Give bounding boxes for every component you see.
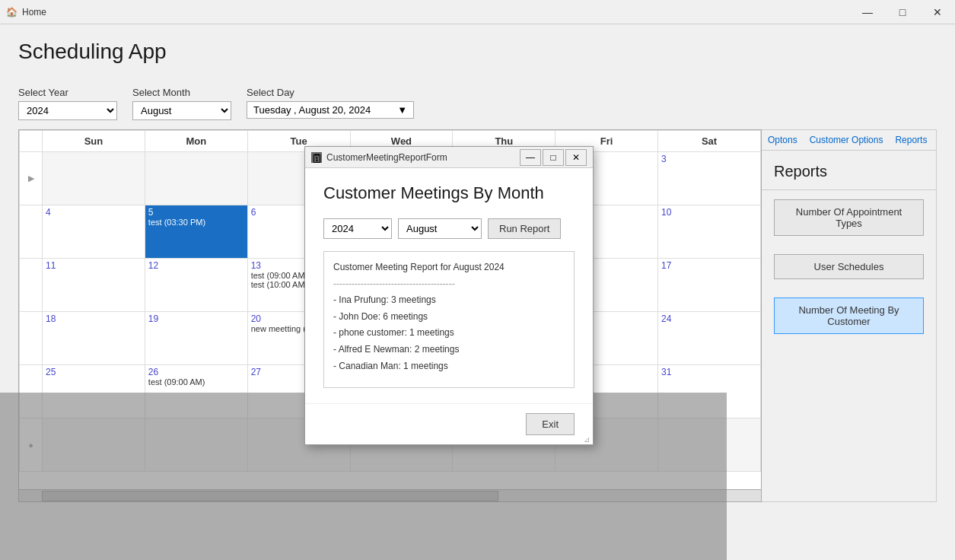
- year-control-group: Select Year 2022 2023 2024 2025: [18, 87, 117, 120]
- week-nav-5[interactable]: ●: [20, 418, 43, 472]
- calendar-cell-4-0[interactable]: 25: [43, 365, 145, 418]
- mon-header: Mon: [145, 131, 247, 152]
- report-line: - Canadian Man: 1 meetings: [333, 358, 565, 375]
- calendar-cell-1-1[interactable]: 5test (03:30 PM): [145, 205, 247, 259]
- day-control-group: Select Day Tuesday , August 20, 2024 ▼: [247, 87, 414, 119]
- right-panel-title: Reports: [762, 151, 936, 190]
- event-text: test (03:30 PM): [148, 218, 244, 227]
- day-number: 17: [661, 260, 757, 271]
- sun-header: Sun: [43, 131, 145, 152]
- day-number: 26: [148, 367, 244, 377]
- calendar-cell-4-1[interactable]: 26test (09:00 AM): [145, 365, 247, 418]
- maximize-button[interactable]: □: [885, 0, 920, 24]
- controls-row: Select Year 2022 2023 2024 2025 Select M…: [18, 87, 937, 120]
- sat-header: Sat: [658, 131, 761, 152]
- exit-button[interactable]: Exit: [526, 413, 575, 435]
- day-dropdown-icon[interactable]: ▼: [397, 104, 407, 116]
- report-btn-user-schedules[interactable]: User Schedules: [774, 254, 924, 279]
- home-icon: 🏠: [6, 7, 18, 18]
- day-number: 31: [661, 367, 757, 377]
- report-line: - Ina Prufung: 3 meetings: [333, 292, 565, 309]
- day-number: 11: [46, 260, 142, 271]
- nav-item-options[interactable]: Optons: [762, 130, 804, 150]
- modal-title-controls: — □ ✕: [520, 149, 587, 166]
- resize-handle[interactable]: ⊿: [584, 435, 591, 443]
- modal-close-btn[interactable]: ✕: [565, 149, 587, 166]
- main-content: Scheduling App Select Year 2022 2023 202…: [0, 24, 955, 560]
- day-number: 10: [661, 207, 757, 218]
- event-text: test (09:00 AM): [148, 377, 244, 387]
- day-number: 5: [148, 207, 244, 218]
- day-number: 3: [661, 154, 757, 164]
- right-panel: Optons Customer Options Reports Reports …: [762, 129, 937, 502]
- day-label: Select Day: [247, 87, 414, 98]
- calendar-cell-0-1[interactable]: [145, 152, 247, 205]
- modal-year-select[interactable]: 2022202320242025: [323, 218, 392, 239]
- report-btn-meeting-by-customer[interactable]: Number Of Meeting By Customer: [774, 298, 924, 334]
- report-line: - John Doe: 6 meetings: [333, 309, 565, 326]
- month-control-group: Select Month JanuaryFebruaryMarchApril M…: [132, 87, 231, 120]
- calendar-cell-3-1[interactable]: 19: [145, 312, 247, 365]
- title-bar: 🏠 Home — □ ✕: [0, 0, 955, 24]
- modal-footer: Exit: [305, 403, 593, 444]
- year-label: Select Year: [18, 87, 117, 98]
- modal-controls-row: 2022202320242025 JanuaryFebruaryMarchApr…: [323, 218, 575, 239]
- modal-maximize-btn[interactable]: □: [543, 149, 564, 166]
- day-number: 12: [148, 260, 244, 271]
- year-select[interactable]: 2022 2023 2024 2025: [18, 101, 117, 120]
- close-button[interactable]: ✕: [920, 0, 955, 24]
- modal-title-text: CustomerMeetingReportForm: [326, 152, 515, 163]
- calendar-cell-2-0[interactable]: 11: [43, 259, 145, 312]
- month-select[interactable]: JanuaryFebruaryMarchApril MayJuneJulyAug…: [132, 101, 231, 120]
- report-line: - phone customer: 1 meetings: [333, 325, 565, 342]
- calendar-cell-5-6[interactable]: [658, 418, 761, 472]
- report-btn-appointment-types[interactable]: Number Of Appointment Types: [774, 199, 924, 236]
- calendar-cell-3-0[interactable]: 18: [43, 312, 145, 365]
- run-report-button[interactable]: Run Report: [488, 218, 561, 239]
- report-line: - Alfred E Newman: 2 meetings: [333, 342, 565, 358]
- nav-item-reports[interactable]: Reports: [889, 130, 933, 150]
- modal-title-bar: 🗓 CustomerMeetingReportForm — □ ✕: [305, 147, 593, 168]
- calendar-cell-0-0[interactable]: [43, 152, 145, 205]
- right-panel-nav: Optons Customer Options Reports: [762, 130, 936, 151]
- modal-minimize-btn[interactable]: —: [520, 149, 541, 166]
- day-value: Tuesday , August 20, 2024: [253, 104, 371, 116]
- day-number: 4: [46, 207, 142, 218]
- day-number: 24: [661, 313, 757, 324]
- day-number: 18: [46, 313, 142, 324]
- week-nav-0[interactable]: ▶: [20, 152, 43, 205]
- week-nav-1[interactable]: [20, 205, 43, 259]
- scrollbar-area[interactable]: [18, 490, 762, 502]
- calendar-cell-1-6[interactable]: 10: [658, 205, 761, 259]
- title-bar-controls: — □ ✕: [850, 0, 955, 24]
- modal-title-icon: 🗓: [311, 152, 322, 163]
- day-number: 25: [46, 367, 142, 377]
- calendar-cell-5-1[interactable]: [145, 418, 247, 472]
- month-label: Select Month: [132, 87, 231, 98]
- day-display: Tuesday , August 20, 2024 ▼: [247, 101, 414, 119]
- app-title: Scheduling App: [18, 40, 937, 64]
- modal-month-select[interactable]: JanuaryFebruaryMarchApril MayJuneJulyAug…: [398, 218, 482, 239]
- modal-window: 🗓 CustomerMeetingReportForm — □ ✕ Custom…: [304, 146, 594, 445]
- calendar-cell-2-6[interactable]: 17: [658, 259, 761, 312]
- calendar-cell-1-0[interactable]: 4: [43, 205, 145, 259]
- calendar-cell-0-6[interactable]: 3: [658, 152, 761, 205]
- modal-report-area: Customer Meeting Report for August 2024-…: [323, 251, 575, 388]
- modal-heading: Customer Meetings By Month: [323, 183, 575, 203]
- scrollbar-thumb[interactable]: [42, 491, 498, 501]
- title-bar-title: 🏠 Home: [6, 7, 46, 18]
- week-nav-3[interactable]: [20, 312, 43, 365]
- minimize-button[interactable]: —: [850, 0, 885, 24]
- week-nav-4[interactable]: [20, 365, 43, 418]
- calendar-cell-3-6[interactable]: 24: [658, 312, 761, 365]
- calendar-cell-2-1[interactable]: 12: [145, 259, 247, 312]
- modal-body: Customer Meetings By Month 2022202320242…: [305, 168, 593, 403]
- nav-item-customer-options[interactable]: Customer Options: [804, 130, 890, 150]
- week-col-header: [20, 131, 43, 152]
- day-number: 19: [148, 313, 244, 324]
- calendar-cell-4-6[interactable]: 31: [658, 365, 761, 418]
- calendar-cell-5-0[interactable]: [43, 418, 145, 472]
- week-nav-2[interactable]: [20, 259, 43, 312]
